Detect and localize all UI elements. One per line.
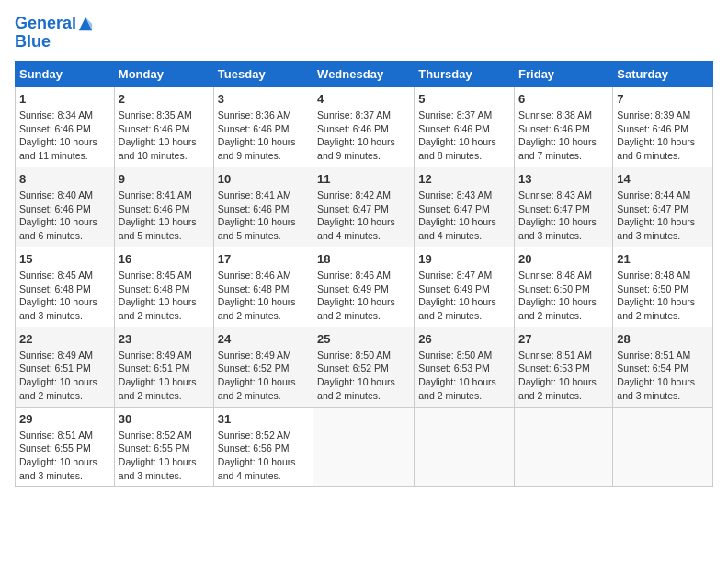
sunrise: Sunrise: 8:50 AM bbox=[418, 350, 492, 361]
sunrise: Sunrise: 8:46 AM bbox=[317, 270, 391, 281]
sunset: Sunset: 6:46 PM bbox=[317, 123, 389, 134]
calendar-cell: 4Sunrise: 8:37 AMSunset: 6:46 PMDaylight… bbox=[313, 86, 415, 167]
sunrise: Sunrise: 8:49 AM bbox=[218, 350, 291, 361]
calendar-cell: 11Sunrise: 8:42 AMSunset: 6:47 PMDayligh… bbox=[313, 167, 415, 247]
calendar-cell bbox=[515, 407, 613, 487]
sunset: Sunset: 6:48 PM bbox=[19, 283, 91, 294]
day-number: 28 bbox=[617, 331, 709, 348]
sunrise: Sunrise: 8:52 AM bbox=[218, 430, 291, 441]
day-number: 8 bbox=[19, 171, 110, 188]
calendar-cell: 16Sunrise: 8:45 AMSunset: 6:48 PMDayligh… bbox=[114, 247, 213, 327]
sunset: Sunset: 6:55 PM bbox=[19, 442, 91, 454]
sunrise: Sunrise: 8:50 AM bbox=[317, 350, 391, 361]
calendar-cell: 18Sunrise: 8:46 AMSunset: 6:49 PMDayligh… bbox=[313, 247, 415, 327]
day-header-saturday: Saturday bbox=[613, 61, 713, 86]
calendar-cell: 22Sunrise: 8:49 AMSunset: 6:51 PMDayligh… bbox=[16, 327, 115, 407]
calendar-cell: 12Sunrise: 8:43 AMSunset: 6:47 PMDayligh… bbox=[415, 167, 515, 247]
daylight: Daylight: 10 hours and 6 minutes. bbox=[19, 216, 97, 241]
sunrise: Sunrise: 8:45 AM bbox=[19, 270, 93, 281]
sunset: Sunset: 6:48 PM bbox=[119, 283, 190, 294]
day-number: 20 bbox=[518, 251, 609, 268]
day-number: 11 bbox=[317, 171, 410, 188]
day-number: 21 bbox=[617, 251, 709, 268]
sunrise: Sunrise: 8:49 AM bbox=[119, 350, 192, 361]
day-number: 29 bbox=[19, 411, 110, 428]
week-row-1: 1Sunrise: 8:34 AMSunset: 6:46 PMDaylight… bbox=[16, 86, 713, 167]
calendar-cell: 30Sunrise: 8:52 AMSunset: 6:55 PMDayligh… bbox=[114, 407, 213, 487]
day-number: 12 bbox=[418, 171, 510, 188]
day-number: 22 bbox=[19, 331, 110, 348]
calendar-cell: 24Sunrise: 8:49 AMSunset: 6:52 PMDayligh… bbox=[213, 327, 313, 407]
day-number: 10 bbox=[218, 171, 309, 188]
calendar-table: SundayMondayTuesdayWednesdayThursdayFrid… bbox=[15, 61, 713, 488]
page-container: General Blue SundayMondayTuesdayWednesda… bbox=[0, 0, 728, 563]
sunrise: Sunrise: 8:37 AM bbox=[317, 109, 391, 121]
calendar-cell: 2Sunrise: 8:35 AMSunset: 6:46 PMDaylight… bbox=[114, 86, 213, 167]
sunset: Sunset: 6:46 PM bbox=[119, 123, 190, 134]
day-number: 2 bbox=[119, 91, 210, 108]
week-row-3: 15Sunrise: 8:45 AMSunset: 6:48 PMDayligh… bbox=[16, 247, 713, 327]
sunrise: Sunrise: 8:48 AM bbox=[518, 270, 592, 281]
sunrise: Sunrise: 8:51 AM bbox=[518, 350, 592, 361]
daylight: Daylight: 10 hours and 11 minutes. bbox=[19, 136, 97, 161]
sunrise: Sunrise: 8:51 AM bbox=[19, 430, 93, 441]
sunset: Sunset: 6:49 PM bbox=[418, 283, 490, 294]
sunset: Sunset: 6:56 PM bbox=[218, 442, 290, 454]
calendar-cell bbox=[613, 407, 713, 487]
sunset: Sunset: 6:46 PM bbox=[119, 203, 190, 214]
sunset: Sunset: 6:51 PM bbox=[119, 362, 190, 373]
day-header-sunday: Sunday bbox=[16, 61, 115, 86]
sunset: Sunset: 6:46 PM bbox=[218, 203, 290, 214]
calendar-cell: 9Sunrise: 8:41 AMSunset: 6:46 PMDaylight… bbox=[114, 167, 213, 247]
day-number: 26 bbox=[418, 331, 510, 348]
calendar-cell: 31Sunrise: 8:52 AMSunset: 6:56 PMDayligh… bbox=[213, 407, 313, 487]
sunset: Sunset: 6:51 PM bbox=[19, 362, 91, 373]
sunset: Sunset: 6:47 PM bbox=[617, 203, 688, 214]
sunset: Sunset: 6:46 PM bbox=[518, 123, 590, 134]
sunrise: Sunrise: 8:37 AM bbox=[418, 109, 492, 121]
calendar-cell: 27Sunrise: 8:51 AMSunset: 6:53 PMDayligh… bbox=[515, 327, 613, 407]
daylight: Daylight: 10 hours and 3 minutes. bbox=[518, 216, 597, 241]
calendar-cell: 23Sunrise: 8:49 AMSunset: 6:51 PMDayligh… bbox=[114, 327, 213, 407]
calendar-cell: 3Sunrise: 8:36 AMSunset: 6:46 PMDaylight… bbox=[213, 86, 313, 167]
week-row-4: 22Sunrise: 8:49 AMSunset: 6:51 PMDayligh… bbox=[16, 327, 713, 407]
calendar-cell: 1Sunrise: 8:34 AMSunset: 6:46 PMDaylight… bbox=[16, 86, 115, 167]
sunrise: Sunrise: 8:46 AM bbox=[218, 270, 291, 281]
day-number: 4 bbox=[317, 91, 410, 108]
daylight: Daylight: 10 hours and 2 minutes. bbox=[119, 296, 197, 321]
daylight: Daylight: 10 hours and 2 minutes. bbox=[418, 376, 496, 401]
calendar-cell: 25Sunrise: 8:50 AMSunset: 6:52 PMDayligh… bbox=[313, 327, 415, 407]
daylight: Daylight: 10 hours and 3 minutes. bbox=[119, 456, 197, 481]
day-number: 3 bbox=[218, 91, 309, 108]
calendar-cell: 6Sunrise: 8:38 AMSunset: 6:46 PMDaylight… bbox=[515, 86, 613, 167]
daylight: Daylight: 10 hours and 3 minutes. bbox=[617, 216, 695, 241]
daylight: Daylight: 10 hours and 10 minutes. bbox=[119, 136, 197, 161]
sunset: Sunset: 6:52 PM bbox=[317, 362, 389, 373]
daylight: Daylight: 10 hours and 2 minutes. bbox=[218, 376, 296, 401]
sunset: Sunset: 6:47 PM bbox=[317, 203, 389, 214]
day-number: 7 bbox=[617, 91, 709, 108]
week-row-5: 29Sunrise: 8:51 AMSunset: 6:55 PMDayligh… bbox=[16, 407, 713, 487]
calendar-cell: 17Sunrise: 8:46 AMSunset: 6:48 PMDayligh… bbox=[213, 247, 313, 327]
sunrise: Sunrise: 8:49 AM bbox=[19, 350, 93, 361]
sunset: Sunset: 6:50 PM bbox=[617, 283, 688, 294]
sunset: Sunset: 6:47 PM bbox=[418, 203, 490, 214]
daylight: Daylight: 10 hours and 2 minutes. bbox=[617, 296, 695, 321]
daylight: Daylight: 10 hours and 4 minutes. bbox=[418, 216, 496, 241]
daylight: Daylight: 10 hours and 9 minutes. bbox=[218, 136, 296, 161]
sunrise: Sunrise: 8:52 AM bbox=[119, 430, 192, 441]
day-number: 15 bbox=[19, 251, 110, 268]
daylight: Daylight: 10 hours and 2 minutes. bbox=[317, 296, 395, 321]
daylight: Daylight: 10 hours and 2 minutes. bbox=[518, 296, 597, 321]
sunset: Sunset: 6:49 PM bbox=[317, 283, 389, 294]
calendar-cell: 26Sunrise: 8:50 AMSunset: 6:53 PMDayligh… bbox=[415, 327, 515, 407]
daylight: Daylight: 10 hours and 5 minutes. bbox=[218, 216, 296, 241]
header: General Blue bbox=[15, 15, 713, 50]
daylight: Daylight: 10 hours and 3 minutes. bbox=[617, 376, 695, 401]
sunset: Sunset: 6:47 PM bbox=[518, 203, 590, 214]
calendar-cell bbox=[313, 407, 415, 487]
daylight: Daylight: 10 hours and 7 minutes. bbox=[518, 136, 597, 161]
sunset: Sunset: 6:46 PM bbox=[218, 123, 290, 134]
sunset: Sunset: 6:46 PM bbox=[19, 203, 91, 214]
sunset: Sunset: 6:46 PM bbox=[19, 123, 91, 134]
